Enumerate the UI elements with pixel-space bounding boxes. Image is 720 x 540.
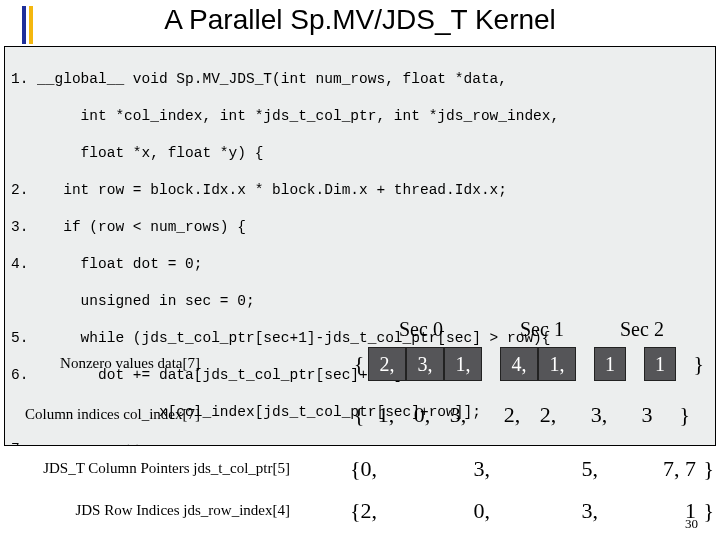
cell: 1, (538, 347, 576, 381)
cell: 3, (382, 453, 498, 485)
row-label: Nonzero values data[7] (60, 355, 200, 372)
cell: 4, (500, 347, 538, 381)
code-line: unsigned in sec = 0; (11, 292, 709, 311)
slide-title: A Parallel Sp.MV/JDS_T Kernel (0, 4, 720, 36)
brace-close: } (676, 348, 704, 380)
sec2-label: Sec 2 (620, 318, 664, 341)
brace-close: } (662, 399, 690, 431)
gap (476, 399, 494, 431)
row-label: JDS_T Column Pointers jds_t_col_ptr[5] (43, 460, 290, 477)
row-values: {0, 3, 5, 7, 7 } (350, 452, 714, 486)
gap (626, 348, 644, 380)
sec1-label: Sec 1 (520, 318, 564, 341)
cell: 7, 7 (606, 453, 696, 485)
gap (566, 399, 584, 431)
code-line: 4. float dot = 0; (11, 255, 709, 274)
brace-open: { (350, 351, 368, 377)
sec0-label: Sec 0 (399, 318, 443, 341)
cell: 1 (594, 347, 626, 381)
code-line: int *col_index, int *jds_t_col_ptr, int … (11, 107, 709, 126)
brace-open: {0, (350, 453, 382, 485)
brace-open: { (350, 402, 368, 428)
cell: 1, (444, 347, 482, 381)
title-bar: A Parallel Sp.MV/JDS_T Kernel (0, 0, 720, 44)
code-line: 7. sec++; (11, 440, 709, 446)
cell: 2, (368, 347, 406, 381)
cell: 3 (632, 399, 662, 431)
code-line: 1. __global__ void Sp.MV_JDS_T(int num_r… (11, 70, 709, 89)
cell: 0, (382, 495, 498, 527)
row-label: Column indices col_index[7] (25, 406, 200, 423)
cell: 2, (530, 399, 566, 431)
cell: 3, (498, 495, 606, 527)
cell: 1 (606, 495, 696, 527)
gap (576, 348, 594, 380)
cell: 2, (494, 399, 530, 431)
row-values: {2, 0, 3, 1 } (350, 494, 714, 528)
cell: 3, (584, 399, 614, 431)
cell: 3, (440, 399, 476, 431)
code-line: float *x, float *y) { (11, 144, 709, 163)
row-values: { 1, 0, 3, 2, 2, 3, 3 } (350, 398, 690, 432)
row-values: { 2, 3, 1, 4, 1, 1 1 } (350, 347, 704, 381)
code-line: 5. while (jds_t_col_ptr[sec+1]-jds_t_col… (11, 329, 709, 348)
row-label: JDS Row Indices jds_row_index[4] (75, 502, 290, 519)
gap (482, 348, 500, 380)
cell: 3, (406, 347, 444, 381)
brace-open: {2, (350, 495, 382, 527)
code-line: 2. int row = block.Idx.x * block.Dim.x +… (11, 181, 709, 200)
cell: 5, (498, 453, 606, 485)
gap (614, 399, 632, 431)
brace-close: } (696, 495, 714, 527)
cell: 1 (644, 347, 676, 381)
cell: 0, (404, 399, 440, 431)
brace-close: } (696, 453, 714, 485)
code-block: 1. __global__ void Sp.MV_JDS_T(int num_r… (4, 46, 716, 446)
code-line: 3. if (row < num_rows) { (11, 218, 709, 237)
cell: 1, (368, 399, 404, 431)
page-number: 30 (685, 516, 698, 532)
